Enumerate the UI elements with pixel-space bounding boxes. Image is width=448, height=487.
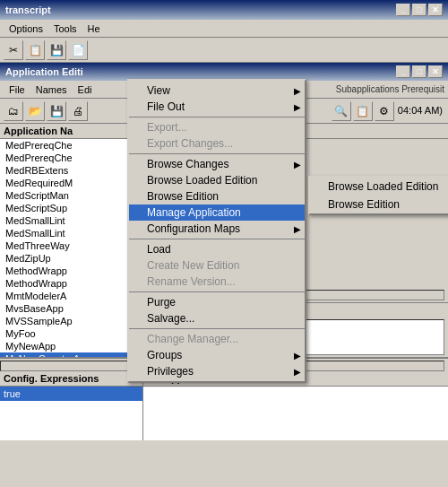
close-button[interactable]: ✕	[428, 4, 443, 16]
list-item[interactable]: MedSmallLint	[0, 227, 142, 239]
list-item[interactable]: MyFoo	[0, 327, 142, 340]
save-button[interactable]: 💾	[47, 40, 66, 60]
menu-section-3: Browse Changes ▶ Browse Loaded Edition B…	[129, 154, 305, 239]
menu-item-purge[interactable]: Purge	[129, 294, 305, 310]
config-maps-arrow: ▶	[294, 224, 301, 234]
bottom-content: true	[0, 387, 448, 440]
maximize-button[interactable]: □	[412, 4, 426, 16]
list-item[interactable]: MethodWrapp	[0, 265, 142, 277]
rt-btn2[interactable]: 📋	[353, 101, 373, 121]
view-arrow: ▶	[294, 86, 301, 96]
list-item[interactable]: MedScriptMan	[0, 189, 142, 202]
rt-btn1[interactable]: 🔍	[332, 101, 351, 121]
window-controls: _ □ ✕	[396, 4, 443, 16]
list-item-selected[interactable]: MyNewCounterApp	[0, 352, 142, 357]
edition-menu-file[interactable]: File	[4, 83, 30, 97]
context-menu: View ▶ File Out ▶ Export... Export Chang…	[127, 79, 306, 383]
cut-button[interactable]: ✂	[4, 40, 23, 60]
rt-btn3[interactable]: ⚙	[375, 101, 394, 121]
menu-item-manage-application[interactable]: Manage Application	[129, 204, 305, 221]
list-item[interactable]: MedScriptSup	[0, 202, 142, 214]
menu-section-5: Purge Salvage...	[129, 292, 305, 329]
list-item[interactable]: MedRBExtens	[0, 164, 142, 177]
app-edition-title: Application Editi _ □ ✕	[0, 63, 448, 81]
right-time-display: 04:04 AM)	[396, 101, 444, 121]
privileges-arrow: ▶	[294, 367, 301, 377]
menu-item-view[interactable]: View ▶	[129, 83, 305, 99]
menu-section-1: View ▶ File Out ▶	[129, 81, 305, 117]
copy-button[interactable]: 📋	[25, 40, 45, 60]
menu-item-create-edition: Create New Edition	[129, 257, 305, 274]
right-tabs-text: Subapplications Prerequisit	[336, 84, 444, 94]
right-time: Subapplications Prerequisit	[336, 84, 444, 94]
ae-close[interactable]: ✕	[428, 65, 443, 78]
list-item[interactable]: MedSmallLint	[0, 214, 142, 227]
menu-item-export-changes: Export Changes...	[129, 135, 305, 152]
et-btn3[interactable]: 💾	[47, 101, 66, 121]
menu-help[interactable]: He	[82, 22, 106, 36]
list-item[interactable]: MedPrereqChe	[0, 139, 142, 152]
edition-menu-names[interactable]: Names	[30, 83, 73, 97]
minimize-button[interactable]: _	[396, 4, 410, 16]
menu-item-salvage[interactable]: Salvage...	[129, 310, 305, 326]
menu-item-change-manager: Change Manager...	[129, 331, 305, 347]
title-bar: transcript _ □ ✕	[0, 0, 448, 20]
submenu-browse-loaded[interactable]: Browse Loaded Edition	[310, 178, 448, 196]
list-item[interactable]: MmtModelerA	[0, 290, 142, 302]
submenu-browse-edition[interactable]: Browse Edition	[310, 196, 448, 213]
menu-item-rename-version: Rename Version...	[129, 274, 305, 290]
menu-item-browse-loaded[interactable]: Browse Loaded Edition	[129, 172, 305, 188]
list-item[interactable]: MedThreeWay	[0, 239, 142, 252]
ae-maximize[interactable]: □	[412, 65, 426, 78]
config-true-row[interactable]: true	[0, 387, 142, 401]
right-toolbar-area: 🔍 📋 ⚙ 04:04 AM)	[332, 101, 444, 121]
list-item[interactable]: MedZipUp	[0, 252, 142, 265]
menu-options[interactable]: Options	[4, 22, 48, 36]
file-out-arrow: ▶	[294, 102, 301, 112]
app-names-panel[interactable]: Application Na MedPrereqChe MedPrereqChe…	[0, 124, 143, 357]
browse-submenu: Browse Loaded Edition Browse Edition	[308, 176, 448, 215]
menu-item-export: Export...	[129, 119, 305, 135]
app-names-header: Application Na	[0, 124, 142, 139]
main-toolbar: ✂ 📋 💾 📄	[0, 38, 448, 63]
menu-item-configuration-maps[interactable]: Configuration Maps ▶	[129, 221, 305, 237]
browse-changes-arrow: ▶	[294, 160, 301, 170]
et-btn2[interactable]: 📂	[25, 101, 45, 121]
menu-item-groups[interactable]: Groups ▶	[129, 347, 305, 363]
list-item[interactable]: MedPrereqChe	[0, 152, 142, 164]
list-item[interactable]: MethodWrapp	[0, 277, 142, 290]
col-header-config: Config. Expressions	[0, 371, 143, 386]
menu-tools[interactable]: Tools	[48, 22, 82, 36]
menu-section-4: Load Create New Edition Rename Version..…	[129, 239, 305, 292]
ae-minimize[interactable]: _	[396, 65, 410, 78]
edition-menu-edit[interactable]: Edi	[73, 83, 98, 97]
list-item[interactable]: MVSSampleAp	[0, 315, 142, 327]
list-item[interactable]: MedRequiredM	[0, 177, 142, 189]
menu-item-browse-edition[interactable]: Browse Edition	[129, 188, 305, 204]
app-edition-title-text: Application Editi	[5, 66, 83, 77]
menu-item-load[interactable]: Load	[129, 241, 305, 257]
menu-item-privileges[interactable]: Privileges ▶	[129, 363, 305, 379]
list-item[interactable]: MvsBaseApp	[0, 302, 142, 315]
menu-item-browse-changes[interactable]: Browse Changes ▶ Browse Loaded Edition B…	[129, 156, 305, 172]
menu-section-2: Export... Export Changes...	[129, 117, 305, 154]
window-title: transcript	[5, 4, 51, 15]
menu-item-file-out[interactable]: File Out ▶	[129, 99, 305, 115]
main-menu-bar: Options Tools He	[0, 20, 448, 38]
new-button[interactable]: 📄	[68, 40, 88, 60]
subapplications-panel[interactable]	[143, 387, 448, 440]
groups-arrow: ▶	[294, 351, 301, 361]
list-item[interactable]: MyNewApp	[0, 340, 142, 352]
menu-section-6: Change Manager... Groups ▶ Privileges ▶	[129, 329, 305, 381]
et-btn1[interactable]: 🗂	[4, 101, 23, 121]
config-expressions-panel[interactable]: true	[0, 387, 143, 440]
et-btn4[interactable]: 🖨	[68, 101, 88, 121]
